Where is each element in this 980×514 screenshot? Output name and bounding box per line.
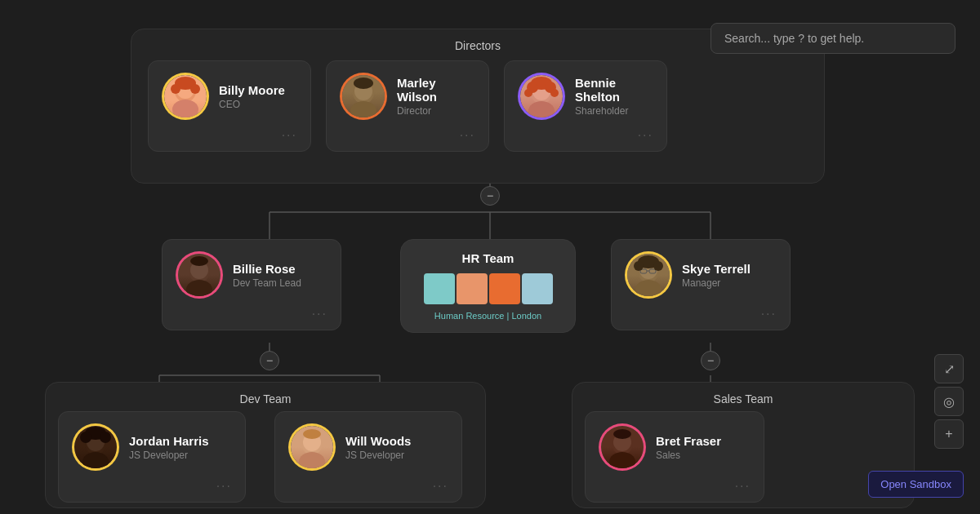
- sales-team-label: Sales Team: [714, 392, 773, 405]
- avatar-billy: [164, 75, 207, 117]
- svg-point-15: [171, 84, 180, 94]
- svg-point-28: [550, 89, 559, 97]
- billie-name: Billie Rose: [233, 262, 301, 276]
- hr-team-location: Human Resource | London: [414, 311, 562, 321]
- svg-point-18: [350, 101, 376, 117]
- avatar-ring-jordan: [72, 423, 119, 471]
- avatar-ring-billie: [176, 251, 223, 299]
- hr-team-name: HR Team: [414, 251, 562, 265]
- sandbox-label: Open Sandbox: [880, 478, 951, 490]
- avatar-marley: [342, 75, 385, 117]
- hr-team-avatars: [414, 273, 562, 304]
- svg-point-34: [635, 280, 662, 296]
- will-menu-dots[interactable]: ···: [288, 479, 448, 494]
- card-bennie-shelton[interactable]: Bennie Shelton Shareholder ···: [504, 60, 667, 152]
- view-controls: ⤢ ◎ +: [934, 354, 964, 449]
- svg-point-27: [524, 89, 532, 97]
- card-jordan-harris[interactable]: Jordan Harris JS Developer ···: [58, 411, 246, 503]
- svg-point-41: [653, 261, 663, 271]
- avatar-will: [291, 426, 333, 468]
- jordan-menu-dots[interactable]: ···: [72, 479, 232, 494]
- card-billie-rose[interactable]: Billie Rose Dev Team Lead ···: [162, 239, 341, 330]
- svg-point-43: [82, 452, 109, 468]
- open-sandbox-button[interactable]: Open Sandbox: [868, 471, 964, 498]
- skye-role: Manager: [682, 277, 751, 289]
- svg-point-12: [172, 100, 198, 117]
- svg-point-40: [634, 261, 644, 271]
- bennie-role: Shareholder: [575, 105, 653, 117]
- svg-point-47: [100, 432, 111, 443]
- svg-point-46: [80, 432, 91, 443]
- bret-name: Bret Fraser: [656, 434, 721, 448]
- avatar-jordan: [74, 426, 117, 468]
- svg-point-32: [190, 256, 208, 266]
- card-will-woods[interactable]: Will Woods JS Developer ···: [274, 411, 462, 503]
- skye-menu-dots[interactable]: ···: [625, 307, 777, 321]
- dev-team-label: Dev Team: [240, 392, 292, 405]
- jordan-role: JS Developer: [129, 450, 209, 461]
- org-chart-canvas: Search... type ? to get help. Directors: [0, 0, 980, 514]
- avatar-bret: [601, 426, 644, 468]
- svg-point-51: [303, 429, 321, 439]
- collapse-billie[interactable]: −: [260, 351, 279, 370]
- will-name: Will Woods: [345, 434, 411, 448]
- bennie-menu-dots[interactable]: ···: [518, 128, 653, 143]
- marley-name: Marley Wilson: [397, 76, 475, 104]
- skye-name: Skye Terrell: [682, 262, 751, 276]
- dev-team-group: Dev Team: [45, 382, 486, 508]
- expand-icon[interactable]: ⤢: [934, 354, 964, 383]
- billy-name: Billy Moore: [219, 83, 285, 97]
- sales-team-group: Sales Team: [572, 382, 915, 508]
- collapse-directors[interactable]: −: [480, 186, 500, 206]
- billy-menu-dots[interactable]: ···: [162, 128, 297, 143]
- jordan-name: Jordan Harris: [129, 434, 209, 448]
- avatar-bennie: [520, 75, 563, 117]
- marley-menu-dots[interactable]: ···: [340, 128, 475, 143]
- bret-menu-dots[interactable]: ···: [599, 479, 751, 494]
- avatar-billie: [178, 254, 220, 296]
- card-hr-team[interactable]: HR Team Human Resource | London: [400, 239, 576, 333]
- svg-point-55: [613, 429, 631, 439]
- avatar-ring-bennie: [518, 73, 565, 120]
- svg-point-20: [354, 78, 373, 89]
- svg-point-30: [186, 280, 212, 296]
- avatar-skye: [627, 254, 670, 296]
- avatar-ring-billy: [162, 73, 209, 120]
- will-role: JS Developer: [345, 450, 411, 461]
- card-bret-fraser[interactable]: Bret Fraser Sales ···: [585, 411, 764, 503]
- collapse-skye[interactable]: −: [701, 351, 720, 370]
- billie-role: Dev Team Lead: [233, 277, 301, 289]
- card-marley-wilson[interactable]: Marley Wilson Director ···: [326, 60, 489, 152]
- avatar-ring-bret: [599, 423, 646, 471]
- avatar-ring-marley: [340, 73, 387, 120]
- card-billy-moore[interactable]: Billy Moore CEO ···: [148, 60, 311, 152]
- search-placeholder: Search... type ? to get help.: [724, 32, 864, 45]
- target-icon[interactable]: ◎: [934, 387, 964, 416]
- card-skye-terrell[interactable]: Skye Terrell Manager ···: [611, 239, 791, 330]
- zoom-in-icon[interactable]: +: [934, 419, 964, 449]
- bret-role: Sales: [656, 450, 721, 461]
- directors-label: Directors: [455, 39, 501, 52]
- svg-point-49: [299, 452, 325, 468]
- bennie-name: Bennie Shelton: [575, 76, 653, 104]
- svg-point-53: [609, 452, 635, 468]
- svg-point-16: [190, 84, 200, 94]
- svg-point-22: [528, 101, 555, 117]
- avatar-ring-skye: [625, 251, 672, 299]
- marley-role: Director: [397, 105, 475, 117]
- avatar-ring-will: [288, 423, 336, 471]
- search-bar[interactable]: Search... type ? to get help.: [710, 23, 956, 54]
- billie-menu-dots[interactable]: ···: [176, 307, 327, 321]
- billy-role: CEO: [219, 99, 285, 110]
